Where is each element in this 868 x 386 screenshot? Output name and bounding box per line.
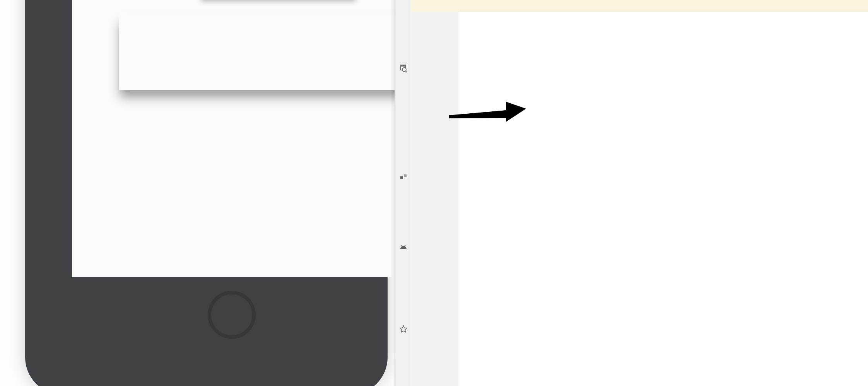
tool-window-build-variants[interactable] [395, 241, 412, 252]
code-editor[interactable] [411, 0, 868, 386]
favorites-icon [399, 325, 408, 333]
device-preview-zone [0, 0, 395, 386]
app-button-adaptive[interactable] [119, 13, 395, 90]
phone-screen [72, 0, 391, 277]
tool-window-layout-captures[interactable] [395, 61, 412, 73]
structure-icon [399, 173, 408, 181]
layout-captures-icon [399, 64, 408, 73]
home-button[interactable] [208, 291, 256, 339]
code-text[interactable] [460, 0, 868, 386]
tool-window-structure[interactable] [395, 169, 412, 181]
tool-window-bar [395, 0, 411, 386]
build-variants-icon [399, 244, 408, 252]
editor-gutter [411, 0, 458, 386]
tool-window-favorites[interactable] [395, 322, 412, 333]
phone-frame [25, 0, 388, 386]
